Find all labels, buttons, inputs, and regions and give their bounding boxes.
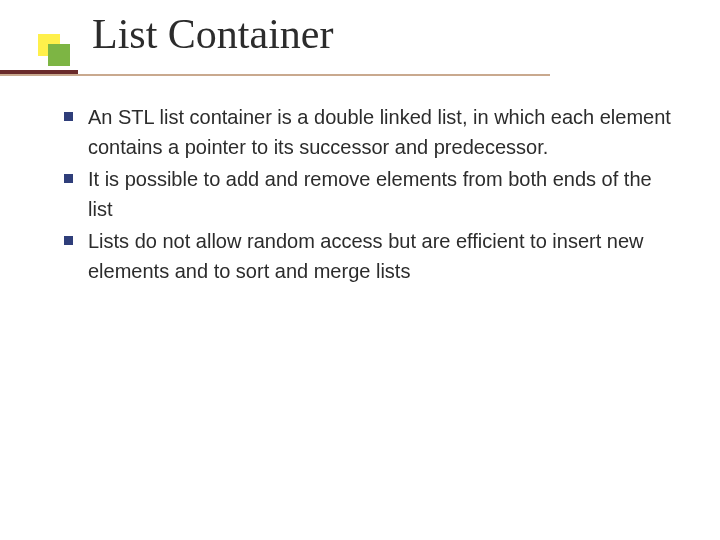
slide-title: List Container	[92, 10, 333, 58]
accent-square-green	[48, 44, 70, 66]
accent-rule-long	[0, 74, 550, 76]
list-item-text: Lists do not allow random access but are…	[88, 230, 643, 282]
list-item-text: An STL list container is a double linked…	[88, 106, 671, 158]
slide: List Container An STL list container is …	[0, 0, 720, 540]
list-item: Lists do not allow random access but are…	[60, 226, 680, 286]
list-item: An STL list container is a double linked…	[60, 102, 680, 162]
slide-body: An STL list container is a double linked…	[60, 102, 680, 288]
square-bullet-icon	[64, 174, 73, 183]
list-item: It is possible to add and remove element…	[60, 164, 680, 224]
list-item-text: It is possible to add and remove element…	[88, 168, 652, 220]
title-accent-graphic	[0, 68, 88, 88]
square-bullet-icon	[64, 112, 73, 121]
square-bullet-icon	[64, 236, 73, 245]
